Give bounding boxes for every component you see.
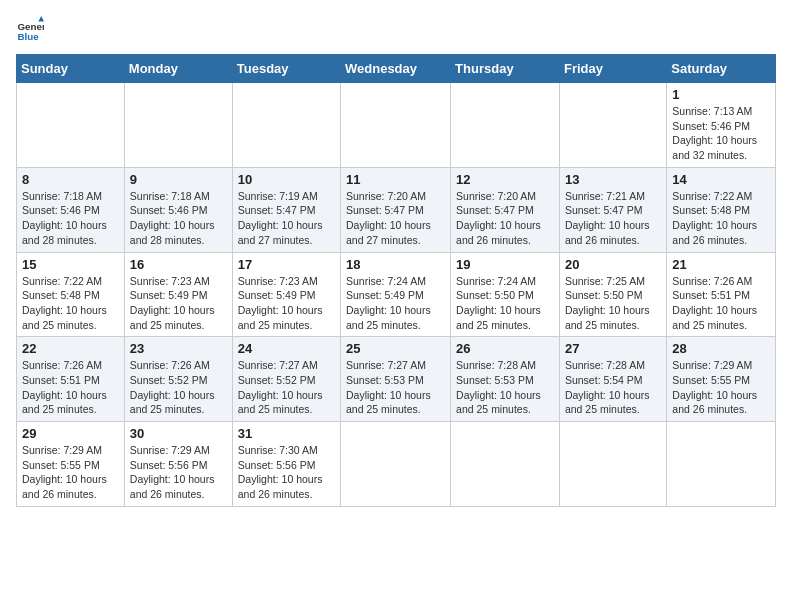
svg-text:Blue: Blue [17, 31, 39, 42]
day-cell-12: 12Sunrise: 7:20 AMSunset: 5:47 PMDayligh… [451, 167, 560, 252]
day-info: Sunrise: 7:20 AMSunset: 5:47 PMDaylight:… [456, 189, 554, 248]
day-info: Sunrise: 7:23 AMSunset: 5:49 PMDaylight:… [130, 274, 227, 333]
calendar-week-1: 1Sunrise: 7:13 AMSunset: 5:46 PMDaylight… [17, 83, 776, 168]
day-number: 24 [238, 341, 335, 356]
empty-cell [559, 83, 666, 168]
day-info: Sunrise: 7:28 AMSunset: 5:54 PMDaylight:… [565, 358, 661, 417]
day-number: 9 [130, 172, 227, 187]
day-info: Sunrise: 7:29 AMSunset: 5:55 PMDaylight:… [672, 358, 770, 417]
day-cell-26: 26Sunrise: 7:28 AMSunset: 5:53 PMDayligh… [451, 337, 560, 422]
day-number: 29 [22, 426, 119, 441]
day-cell-11: 11Sunrise: 7:20 AMSunset: 5:47 PMDayligh… [341, 167, 451, 252]
day-cell-18: 18Sunrise: 7:24 AMSunset: 5:49 PMDayligh… [341, 252, 451, 337]
day-info: Sunrise: 7:28 AMSunset: 5:53 PMDaylight:… [456, 358, 554, 417]
day-number: 27 [565, 341, 661, 356]
day-info: Sunrise: 7:18 AMSunset: 5:46 PMDaylight:… [130, 189, 227, 248]
day-number: 31 [238, 426, 335, 441]
empty-cell [451, 422, 560, 507]
day-info: Sunrise: 7:18 AMSunset: 5:46 PMDaylight:… [22, 189, 119, 248]
day-number: 13 [565, 172, 661, 187]
day-number: 15 [22, 257, 119, 272]
day-info: Sunrise: 7:29 AMSunset: 5:56 PMDaylight:… [130, 443, 227, 502]
day-info: Sunrise: 7:19 AMSunset: 5:47 PMDaylight:… [238, 189, 335, 248]
day-info: Sunrise: 7:22 AMSunset: 5:48 PMDaylight:… [22, 274, 119, 333]
day-info: Sunrise: 7:24 AMSunset: 5:50 PMDaylight:… [456, 274, 554, 333]
day-cell-14: 14Sunrise: 7:22 AMSunset: 5:48 PMDayligh… [667, 167, 776, 252]
day-info: Sunrise: 7:20 AMSunset: 5:47 PMDaylight:… [346, 189, 445, 248]
day-info: Sunrise: 7:26 AMSunset: 5:52 PMDaylight:… [130, 358, 227, 417]
day-cell-27: 27Sunrise: 7:28 AMSunset: 5:54 PMDayligh… [559, 337, 666, 422]
day-info: Sunrise: 7:27 AMSunset: 5:53 PMDaylight:… [346, 358, 445, 417]
header-monday: Monday [124, 55, 232, 83]
day-cell-8: 8Sunrise: 7:18 AMSunset: 5:46 PMDaylight… [17, 167, 125, 252]
logo-icon: General Blue [16, 16, 44, 44]
day-number: 8 [22, 172, 119, 187]
day-number: 1 [672, 87, 770, 102]
calendar-week-5: 29Sunrise: 7:29 AMSunset: 5:55 PMDayligh… [17, 422, 776, 507]
day-info: Sunrise: 7:27 AMSunset: 5:52 PMDaylight:… [238, 358, 335, 417]
day-number: 25 [346, 341, 445, 356]
page-header: General Blue [16, 16, 776, 44]
day-cell-9: 9Sunrise: 7:18 AMSunset: 5:46 PMDaylight… [124, 167, 232, 252]
day-number: 23 [130, 341, 227, 356]
day-cell-13: 13Sunrise: 7:21 AMSunset: 5:47 PMDayligh… [559, 167, 666, 252]
day-cell-17: 17Sunrise: 7:23 AMSunset: 5:49 PMDayligh… [232, 252, 340, 337]
day-number: 21 [672, 257, 770, 272]
calendar-week-4: 22Sunrise: 7:26 AMSunset: 5:51 PMDayligh… [17, 337, 776, 422]
header-saturday: Saturday [667, 55, 776, 83]
calendar-table: SundayMondayTuesdayWednesdayThursdayFrid… [16, 54, 776, 507]
empty-cell [124, 83, 232, 168]
empty-cell [17, 83, 125, 168]
day-cell-25: 25Sunrise: 7:27 AMSunset: 5:53 PMDayligh… [341, 337, 451, 422]
calendar-body: 1Sunrise: 7:13 AMSunset: 5:46 PMDaylight… [17, 83, 776, 507]
day-number: 11 [346, 172, 445, 187]
day-info: Sunrise: 7:25 AMSunset: 5:50 PMDaylight:… [565, 274, 661, 333]
day-cell-31: 31Sunrise: 7:30 AMSunset: 5:56 PMDayligh… [232, 422, 340, 507]
header-wednesday: Wednesday [341, 55, 451, 83]
calendar-week-3: 15Sunrise: 7:22 AMSunset: 5:48 PMDayligh… [17, 252, 776, 337]
day-number: 28 [672, 341, 770, 356]
empty-cell [559, 422, 666, 507]
empty-cell [667, 422, 776, 507]
day-number: 30 [130, 426, 227, 441]
day-info: Sunrise: 7:13 AMSunset: 5:46 PMDaylight:… [672, 104, 770, 163]
day-cell-24: 24Sunrise: 7:27 AMSunset: 5:52 PMDayligh… [232, 337, 340, 422]
day-cell-10: 10Sunrise: 7:19 AMSunset: 5:47 PMDayligh… [232, 167, 340, 252]
calendar-week-2: 8Sunrise: 7:18 AMSunset: 5:46 PMDaylight… [17, 167, 776, 252]
day-number: 20 [565, 257, 661, 272]
day-cell-16: 16Sunrise: 7:23 AMSunset: 5:49 PMDayligh… [124, 252, 232, 337]
header-thursday: Thursday [451, 55, 560, 83]
svg-marker-2 [38, 16, 44, 22]
day-number: 26 [456, 341, 554, 356]
day-cell-15: 15Sunrise: 7:22 AMSunset: 5:48 PMDayligh… [17, 252, 125, 337]
day-number: 17 [238, 257, 335, 272]
day-cell-20: 20Sunrise: 7:25 AMSunset: 5:50 PMDayligh… [559, 252, 666, 337]
day-info: Sunrise: 7:22 AMSunset: 5:48 PMDaylight:… [672, 189, 770, 248]
header-friday: Friday [559, 55, 666, 83]
day-cell-19: 19Sunrise: 7:24 AMSunset: 5:50 PMDayligh… [451, 252, 560, 337]
day-info: Sunrise: 7:23 AMSunset: 5:49 PMDaylight:… [238, 274, 335, 333]
day-cell-23: 23Sunrise: 7:26 AMSunset: 5:52 PMDayligh… [124, 337, 232, 422]
header-sunday: Sunday [17, 55, 125, 83]
day-info: Sunrise: 7:29 AMSunset: 5:55 PMDaylight:… [22, 443, 119, 502]
day-number: 18 [346, 257, 445, 272]
day-number: 22 [22, 341, 119, 356]
day-info: Sunrise: 7:26 AMSunset: 5:51 PMDaylight:… [672, 274, 770, 333]
header-tuesday: Tuesday [232, 55, 340, 83]
day-number: 10 [238, 172, 335, 187]
logo: General Blue [16, 16, 48, 44]
empty-cell [232, 83, 340, 168]
empty-cell [341, 422, 451, 507]
day-info: Sunrise: 7:26 AMSunset: 5:51 PMDaylight:… [22, 358, 119, 417]
calendar-header-row: SundayMondayTuesdayWednesdayThursdayFrid… [17, 55, 776, 83]
day-number: 16 [130, 257, 227, 272]
day-cell-30: 30Sunrise: 7:29 AMSunset: 5:56 PMDayligh… [124, 422, 232, 507]
day-info: Sunrise: 7:30 AMSunset: 5:56 PMDaylight:… [238, 443, 335, 502]
day-number: 12 [456, 172, 554, 187]
day-cell-22: 22Sunrise: 7:26 AMSunset: 5:51 PMDayligh… [17, 337, 125, 422]
day-cell-29: 29Sunrise: 7:29 AMSunset: 5:55 PMDayligh… [17, 422, 125, 507]
day-cell-28: 28Sunrise: 7:29 AMSunset: 5:55 PMDayligh… [667, 337, 776, 422]
day-cell-21: 21Sunrise: 7:26 AMSunset: 5:51 PMDayligh… [667, 252, 776, 337]
day-number: 14 [672, 172, 770, 187]
empty-cell [341, 83, 451, 168]
